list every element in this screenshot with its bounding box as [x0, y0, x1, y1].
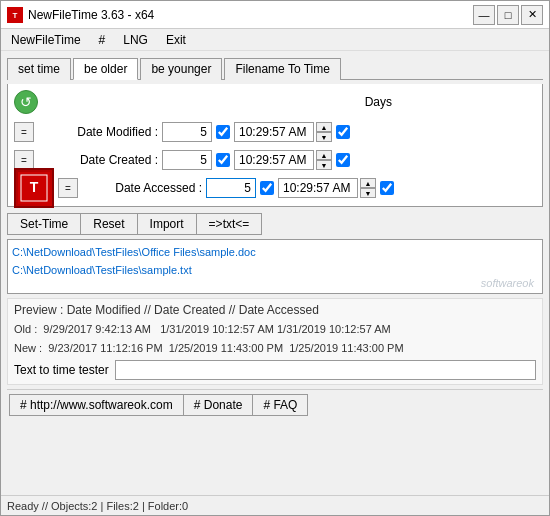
date-created-label: Date Created :: [38, 153, 158, 167]
date-modified-spin-up[interactable]: ▲: [316, 122, 332, 132]
main-content: set time be older be younger Filename To…: [1, 51, 549, 495]
text-tester-input[interactable]: [115, 360, 536, 380]
date-accessed-row: T = Date Accessed : ▲ ▼: [14, 176, 536, 200]
old-label: Old : 9/29/2017 9:42:13 AM 1/31/2019 10:…: [14, 323, 391, 335]
tab-bar: set time be older be younger Filename To…: [7, 57, 543, 80]
window-title: NewFileTime 3.63 - x64: [28, 8, 154, 22]
preview-old-row: Old : 9/29/2017 9:42:13 AM 1/31/2019 10:…: [14, 320, 536, 339]
preview-header: Preview : Date Modified // Date Created …: [14, 303, 536, 317]
date-created-time-input[interactable]: [234, 150, 314, 170]
svg-text:T: T: [30, 179, 39, 195]
date-modified-days-input[interactable]: [162, 122, 212, 142]
date-accessed-checkbox2[interactable]: [380, 181, 394, 195]
date-created-row: = Date Created : ▲ ▼: [14, 148, 536, 172]
title-bar: T NewFileTime 3.63 - x64 — □ ✕: [1, 1, 549, 29]
menu-lng[interactable]: LNG: [119, 32, 152, 48]
date-modified-spinner: ▲ ▼: [316, 122, 332, 142]
date-accessed-spinner: ▲ ▼: [360, 178, 376, 198]
main-panel: ↺ Days = Date Modified : ▲ ▼: [7, 84, 543, 207]
date-accessed-spin-up[interactable]: ▲: [360, 178, 376, 188]
date-accessed-checkbox1[interactable]: [260, 181, 274, 195]
preview-section: Preview : Date Modified // Date Created …: [7, 298, 543, 385]
date-created-checkbox2[interactable]: [336, 153, 350, 167]
reset-button[interactable]: Reset: [80, 213, 137, 235]
bottom-bar: # http://www.softwareok.com # Donate # F…: [7, 389, 543, 420]
donate-button[interactable]: # Donate: [183, 394, 254, 416]
date-modified-spin-down[interactable]: ▼: [316, 132, 332, 142]
date-created-checkbox1[interactable]: [216, 153, 230, 167]
status-bar: Ready // Objects:2 | Files:2 | Folder:0: [1, 495, 549, 515]
app-icon: T: [7, 7, 23, 23]
preview-new-row: New : 9/23/2017 11:12:16 PM 1/25/2019 11…: [14, 339, 536, 358]
import-button[interactable]: Import: [137, 213, 197, 235]
date-modified-label: Date Modified :: [38, 125, 158, 139]
title-bar-controls: — □ ✕: [473, 5, 543, 25]
days-column-label: Days: [365, 95, 392, 109]
status-text: Ready // Objects:2 | Files:2 | Folder:0: [7, 500, 188, 512]
action-bar: Set-Time Reset Import =>txt<=: [7, 213, 543, 235]
date-created-days-input[interactable]: [162, 150, 212, 170]
tab-filename-to-time[interactable]: Filename To Time: [224, 58, 340, 80]
text-tester-label: Text to time tester: [14, 363, 109, 377]
date-accessed-time-group: ▲ ▼: [278, 178, 376, 198]
title-bar-left: T NewFileTime 3.63 - x64: [7, 7, 154, 23]
date-accessed-time-input[interactable]: [278, 178, 358, 198]
date-accessed-days-input[interactable]: [206, 178, 256, 198]
minimize-button[interactable]: —: [473, 5, 495, 25]
date-accessed-label: Date Accessed :: [82, 181, 202, 195]
website-button[interactable]: # http://www.softwareok.com: [9, 394, 184, 416]
date-modified-row: = Date Modified : ▲ ▼: [14, 120, 536, 144]
tab-be-younger[interactable]: be younger: [140, 58, 222, 80]
maximize-button[interactable]: □: [497, 5, 519, 25]
menu-exit[interactable]: Exit: [162, 32, 190, 48]
app-name-menu: NewFileTime: [7, 32, 85, 48]
menu-hash[interactable]: #: [95, 32, 110, 48]
main-window: T NewFileTime 3.63 - x64 — □ ✕ NewFileTi…: [0, 0, 550, 516]
tab-set-time[interactable]: set time: [7, 58, 71, 80]
date-created-spin-up[interactable]: ▲: [316, 150, 332, 160]
date-created-eq-btn[interactable]: =: [14, 150, 34, 170]
date-accessed-eq-btn[interactable]: =: [58, 178, 78, 198]
close-button[interactable]: ✕: [521, 5, 543, 25]
date-created-spin-down[interactable]: ▼: [316, 160, 332, 170]
refresh-icon[interactable]: ↺: [14, 90, 38, 114]
text-tester-row: Text to time tester: [14, 360, 536, 380]
svg-text:T: T: [13, 11, 18, 20]
date-modified-checkbox2[interactable]: [336, 125, 350, 139]
date-modified-time-group: ▲ ▼: [234, 122, 332, 142]
faq-button[interactable]: # FAQ: [252, 394, 308, 416]
date-created-time-group: ▲ ▼: [234, 150, 332, 170]
date-modified-time-input[interactable]: [234, 122, 314, 142]
date-accessed-spin-down[interactable]: ▼: [360, 188, 376, 198]
date-created-spinner: ▲ ▼: [316, 150, 332, 170]
tab-be-older[interactable]: be older: [73, 58, 138, 80]
file-list: C:\NetDownload\TestFiles\Office Files\sa…: [7, 239, 543, 294]
set-time-button[interactable]: Set-Time: [7, 213, 81, 235]
date-modified-eq-btn[interactable]: =: [14, 122, 34, 142]
file-item-1: C:\NetDownload\TestFiles\Office Files\sa…: [12, 244, 538, 262]
to-txt-button[interactable]: =>txt<=: [196, 213, 263, 235]
new-label: New : 9/23/2017 11:12:16 PM 1/25/2019 11…: [14, 342, 404, 354]
file-item-2: C:\NetDownload\TestFiles\sample.txt: [12, 262, 538, 280]
menu-bar: NewFileTime # LNG Exit: [1, 29, 549, 51]
date-modified-checkbox1[interactable]: [216, 125, 230, 139]
